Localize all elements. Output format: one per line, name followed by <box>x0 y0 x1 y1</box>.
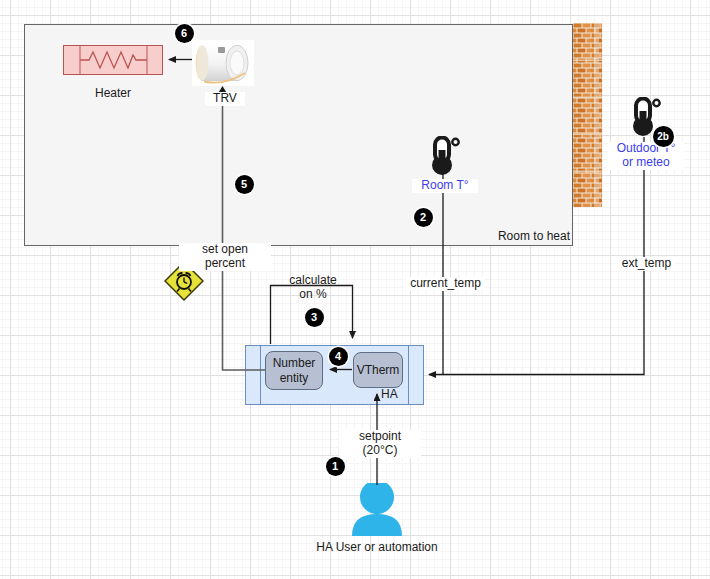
step-badge-6: 6 <box>175 24 194 43</box>
set-open-percent-label: set open percent <box>179 243 271 271</box>
calculate-line2: on % <box>299 287 326 301</box>
trv-label: TRV <box>205 92 245 106</box>
ha-label: HA <box>381 388 411 402</box>
room-sensor-label: Room T° <box>412 179 478 193</box>
outdoor-sensor-line2: or meteo <box>622 155 669 169</box>
room-thermometer-icon <box>430 136 460 176</box>
number-entity-node: Number entity <box>265 351 323 390</box>
trv-device-image <box>192 40 254 86</box>
outdoor-sensor-label: Outdoor T° or meteo <box>608 142 684 170</box>
calculate-label: calculate on % <box>283 274 343 302</box>
diagram-canvas: Room to heat Heater <box>0 0 710 579</box>
user-label: HA User or automation <box>306 541 448 555</box>
setpoint-label: setpoint (20°C) <box>339 430 421 458</box>
step-badge-5: 5 <box>235 175 254 194</box>
vtherm-label: VTherm <box>357 363 400 377</box>
heater-resistor-icon <box>63 45 163 75</box>
ha-box-left-band <box>260 346 261 404</box>
brick-wall-image <box>573 23 602 207</box>
number-entity-line1: Number <box>273 356 316 370</box>
person-icon <box>351 483 403 537</box>
step-badge-3: 3 <box>305 308 324 327</box>
room-label: Room to heat <box>488 230 570 244</box>
step-badge-2b: 2b <box>653 126 674 147</box>
step-badge-4: 4 <box>329 347 348 366</box>
heater-label: Heater <box>73 87 153 101</box>
vtherm-node: VTherm <box>353 352 403 388</box>
step-badge-2: 2 <box>414 208 433 227</box>
calculate-line1: calculate <box>289 273 336 287</box>
ext-temp-label: ext_temp <box>618 257 675 271</box>
step-badge-1: 1 <box>326 457 345 476</box>
current-temp-label: current_temp <box>406 277 485 291</box>
number-entity-line2: entity <box>280 371 309 385</box>
